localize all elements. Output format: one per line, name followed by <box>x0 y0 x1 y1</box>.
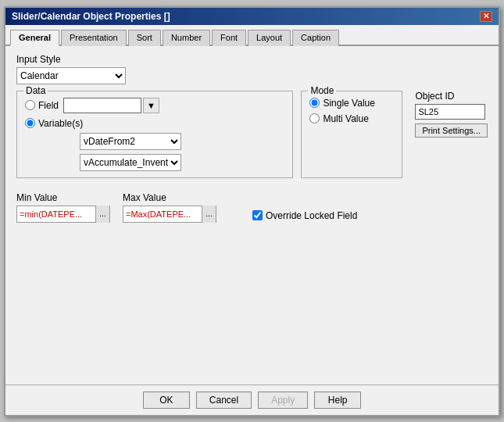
ok-button[interactable]: OK <box>143 392 190 409</box>
title-bar: Slider/Calendar Object Properties [] ✕ <box>5 8 499 25</box>
tab-font[interactable]: Font <box>212 30 246 46</box>
variable2-select[interactable]: vAccumulate_Inventory <box>80 154 181 171</box>
tab-number[interactable]: Number <box>163 30 210 46</box>
bottom-bar: OK Cancel Apply Help <box>5 384 499 415</box>
main-window: Slider/Calendar Object Properties [] ✕ G… <box>4 6 500 417</box>
max-value-input: =Max(DATEPE... ... <box>123 206 216 223</box>
field-input[interactable] <box>63 98 141 113</box>
variables-radio[interactable] <box>25 118 35 128</box>
tab-bar: General Presentation Sort Number Font La… <box>5 25 499 46</box>
variables-radio-label: Variable(s) <box>38 118 83 129</box>
cancel-button[interactable]: Cancel <box>196 392 252 409</box>
field-radio[interactable] <box>25 100 35 110</box>
field-radio-label: Field <box>38 100 59 111</box>
min-value-text: =min(DATEPE... <box>17 209 95 220</box>
min-value-label: Min Value <box>16 192 110 203</box>
data-group-title: Data <box>23 85 48 96</box>
single-value-label: Single Value <box>323 98 375 109</box>
print-settings-button[interactable]: Print Settings... <box>415 123 488 138</box>
object-id-label: Object ID <box>415 91 488 102</box>
tab-presentation[interactable]: Presentation <box>61 30 127 46</box>
object-id-group: Object ID SL25 Print Settings... <box>415 91 488 184</box>
single-value-row: Single Value <box>309 98 394 109</box>
override-locked-col: Override Locked Field <box>252 210 357 221</box>
max-value-label: Max Value <box>123 192 216 203</box>
single-value-radio[interactable] <box>309 98 320 108</box>
tab-layout[interactable]: Layout <box>248 30 291 46</box>
input-style-select[interactable]: Calendar <box>16 67 126 84</box>
input-style-row: Calendar <box>16 67 488 84</box>
main-area: Data Field ▼ Variable(s) vDateFrom2 <box>16 91 488 184</box>
max-value-col: Max Value =Max(DATEPE... ... <box>123 192 216 223</box>
override-locked-label: Override Locked Field <box>266 210 357 221</box>
input-style-label: Input Style <box>16 54 488 65</box>
variable1-row: vDateFrom2 <box>80 133 284 150</box>
field-radio-row: Field ▼ <box>25 98 284 113</box>
mode-group-title: Mode <box>308 85 336 96</box>
multi-value-row: Multi Value <box>309 113 394 124</box>
field-dropdown-btn[interactable]: ▼ <box>143 98 159 113</box>
min-value-input: =min(DATEPE... ... <box>16 206 110 223</box>
variables-radio-row: Variable(s) <box>25 118 284 129</box>
min-max-override-row: Min Value =min(DATEPE... ... Max Value =… <box>16 192 488 223</box>
help-button[interactable]: Help <box>314 392 361 409</box>
min-value-formula-btn[interactable]: ... <box>95 206 109 223</box>
general-tab-content: Input Style Calendar Data Field ▼ <box>5 46 499 384</box>
multi-value-label: Multi Value <box>323 113 368 124</box>
override-locked-row: Override Locked Field <box>252 210 357 221</box>
multi-value-radio[interactable] <box>309 113 320 123</box>
tab-sort[interactable]: Sort <box>128 30 161 46</box>
min-value-col: Min Value =min(DATEPE... ... <box>16 192 110 223</box>
window-title: Slider/Calendar Object Properties [] <box>12 11 170 22</box>
mode-group: Mode Single Value Multi Value <box>301 91 402 178</box>
max-value-formula-btn[interactable]: ... <box>202 206 216 223</box>
variable1-select[interactable]: vDateFrom2 <box>80 133 181 150</box>
variable2-row: vAccumulate_Inventory <box>80 154 284 171</box>
data-group: Data Field ▼ Variable(s) vDateFrom2 <box>16 91 293 178</box>
max-value-text: =Max(DATEPE... <box>123 209 202 220</box>
apply-button[interactable]: Apply <box>258 392 308 409</box>
object-id-input[interactable]: SL25 <box>415 104 485 120</box>
tab-general[interactable]: General <box>10 30 59 46</box>
override-locked-checkbox[interactable] <box>252 210 263 220</box>
tab-caption[interactable]: Caption <box>292 30 339 46</box>
close-button[interactable]: ✕ <box>480 11 492 22</box>
